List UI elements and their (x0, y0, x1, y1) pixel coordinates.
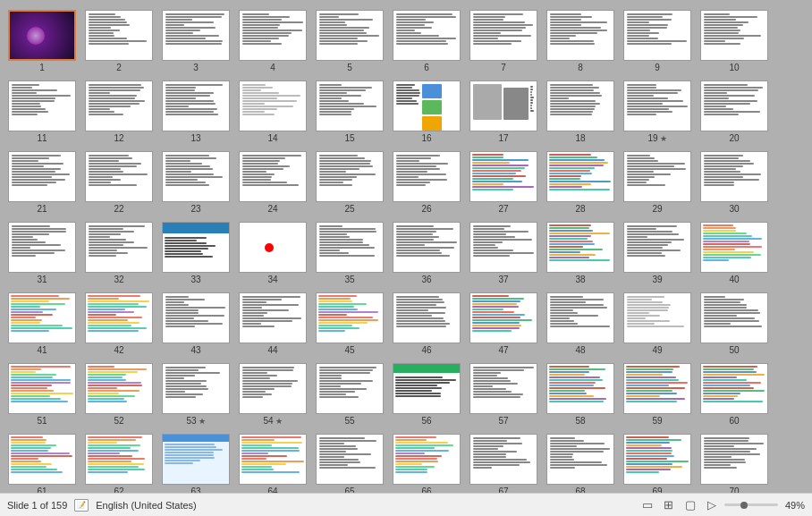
slide-thumbnail[interactable] (162, 292, 230, 343)
slide-item[interactable]: 48 (544, 292, 617, 355)
slide-item[interactable]: 24 (236, 151, 309, 214)
slide-item[interactable]: 55 (313, 363, 386, 426)
slide-thumbnail[interactable] (393, 434, 461, 485)
slide-thumbnail[interactable] (239, 363, 307, 414)
slide-item[interactable]: 33 (159, 222, 233, 284)
slide-item[interactable]: 49 (621, 292, 694, 355)
slide-panel[interactable]: 12345678910111213141516171819 ★202122232… (0, 0, 812, 493)
slide-item[interactable]: 69 (621, 434, 694, 493)
slide-item[interactable]: 37 (467, 222, 540, 284)
slide-item[interactable]: 2 (82, 10, 156, 72)
slide-item[interactable]: 28 (544, 151, 617, 214)
slide-item[interactable]: 22 (82, 151, 156, 214)
slide-item[interactable]: 10 (698, 10, 771, 72)
slide-thumbnail[interactable] (316, 10, 384, 61)
slide-thumbnail[interactable] (162, 10, 230, 61)
slide-thumbnail[interactable] (162, 363, 230, 414)
slide-thumbnail[interactable] (239, 80, 307, 131)
slide-item[interactable]: 6 (390, 10, 463, 72)
slide-item[interactable]: 35 (313, 222, 386, 284)
slide-item[interactable]: 39 (621, 222, 694, 284)
slide-thumbnail[interactable] (239, 10, 307, 61)
slide-item[interactable]: 65 (313, 434, 386, 493)
slide-thumbnail[interactable] (469, 222, 537, 273)
slide-thumbnail[interactable] (8, 151, 76, 202)
slide-thumbnail[interactable] (8, 222, 76, 273)
slide-item[interactable]: 64 (236, 434, 309, 493)
slide-item[interactable]: 8 (544, 10, 617, 72)
slide-thumbnail[interactable] (239, 292, 307, 343)
slide-item[interactable]: 9 (621, 10, 694, 72)
slide-item[interactable]: 41 (5, 292, 79, 355)
slide-thumbnail[interactable] (239, 151, 307, 202)
slide-item[interactable]: 58 (544, 363, 617, 426)
slide-item[interactable]: 15 (313, 80, 386, 143)
slide-item[interactable]: 7 (467, 10, 540, 72)
slide-item[interactable]: 44 (236, 292, 309, 355)
slide-thumbnail[interactable] (316, 80, 384, 131)
slide-thumbnail[interactable] (469, 151, 537, 202)
slide-thumbnail[interactable] (623, 80, 691, 131)
slide-thumbnail[interactable] (316, 292, 384, 343)
slide-item[interactable]: 66 (390, 434, 463, 493)
slide-thumbnail[interactable] (8, 434, 76, 485)
slide-thumbnail[interactable] (85, 222, 153, 273)
slide-item[interactable]: 67 (467, 434, 540, 493)
slide-item[interactable]: 21 (5, 151, 79, 214)
slide-item[interactable]: 13 (159, 80, 233, 143)
slide-item[interactable]: 19 ★ (621, 80, 694, 143)
slide-thumbnail[interactable] (393, 222, 461, 273)
slide-item[interactable]: 54 ★ (236, 363, 309, 426)
view-reading-button[interactable]: ▢ (681, 497, 699, 513)
slide-thumbnail[interactable] (546, 151, 614, 202)
slide-item[interactable]: 70 (698, 434, 771, 493)
slide-item[interactable]: 63 (159, 434, 233, 493)
slide-item[interactable]: 4 (236, 10, 309, 72)
slide-thumbnail[interactable] (546, 434, 614, 485)
slide-item[interactable]: 38 (544, 222, 617, 284)
slide-item[interactable]: 46 (390, 292, 463, 355)
slide-thumbnail[interactable] (8, 80, 76, 131)
slide-thumbnail[interactable] (393, 80, 461, 131)
slide-thumbnail[interactable] (85, 80, 153, 131)
slide-thumbnail[interactable] (8, 363, 76, 414)
slide-item[interactable]: 40 (698, 222, 771, 284)
slide-thumbnail[interactable] (469, 10, 537, 61)
slide-thumbnail[interactable] (85, 151, 153, 202)
slide-thumbnail[interactable] (623, 292, 691, 343)
slide-item[interactable]: 17 (467, 80, 540, 143)
slide-item[interactable]: 30 (698, 151, 771, 214)
slide-item[interactable]: 36 (390, 222, 463, 284)
slide-item[interactable]: 25 (313, 151, 386, 214)
slide-thumbnail[interactable] (469, 363, 537, 414)
slide-thumbnail[interactable] (700, 10, 768, 61)
slide-item[interactable]: 26 (390, 151, 463, 214)
notes-button[interactable]: 📝 (74, 499, 89, 512)
view-normal-button[interactable]: ▭ (639, 497, 656, 513)
slide-item[interactable]: 14 (236, 80, 309, 143)
slide-item[interactable]: 1 (5, 10, 79, 72)
slide-thumbnail[interactable] (546, 363, 614, 414)
slide-thumbnail[interactable] (700, 363, 768, 414)
slide-thumbnail[interactable] (239, 434, 307, 485)
slide-thumbnail[interactable] (469, 80, 537, 131)
slide-thumbnail[interactable] (85, 434, 153, 485)
slide-thumbnail[interactable] (393, 292, 461, 343)
slide-item[interactable]: 23 (159, 151, 233, 214)
slide-thumbnail[interactable] (700, 151, 768, 202)
slide-thumbnail[interactable] (162, 434, 230, 485)
slide-thumbnail[interactable] (162, 80, 230, 131)
slide-thumbnail[interactable] (469, 434, 537, 485)
slide-item[interactable]: 50 (698, 292, 771, 355)
view-slide-sorter-button[interactable]: ⊞ (660, 497, 678, 513)
slide-thumbnail[interactable] (623, 222, 691, 273)
slide-thumbnail[interactable] (623, 363, 691, 414)
view-slideshow-button[interactable]: ▷ (703, 497, 721, 513)
slide-item[interactable]: 52 (82, 363, 156, 426)
slide-item[interactable]: 56 (390, 363, 463, 426)
slide-thumbnail[interactable] (546, 292, 614, 343)
slide-item[interactable]: 60 (698, 363, 771, 426)
slide-item[interactable]: 62 (82, 434, 156, 493)
slide-thumbnail[interactable] (162, 151, 230, 202)
slide-item[interactable]: 32 (82, 222, 156, 284)
